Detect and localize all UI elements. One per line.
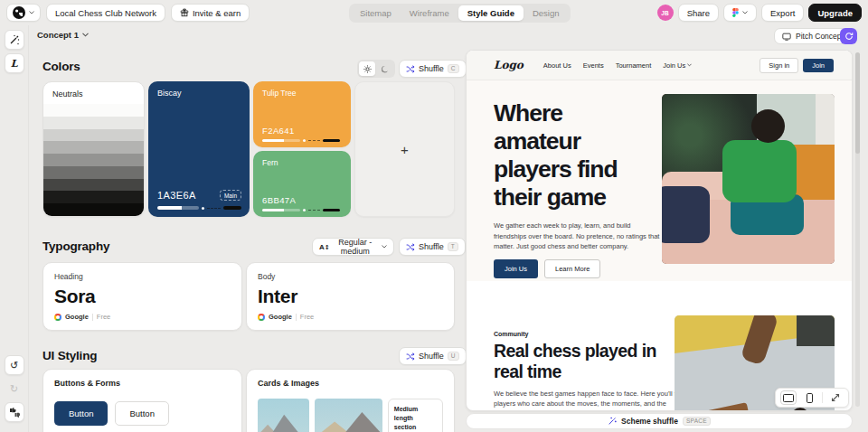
preview-join-us-cta[interactable]: Join Us [494, 259, 538, 278]
slider-handle[interactable] [303, 139, 306, 142]
colors-shuffle-button[interactable]: Shuffle C [399, 60, 467, 78]
mobile-icon [807, 393, 813, 403]
scheme-shuffle-bar[interactable]: Scheme shuffle SPACE [466, 413, 853, 429]
typography-shuffle-button[interactable]: Shuffle T [399, 238, 466, 256]
chevron-down-icon [29, 11, 34, 14]
palette-card-tulip-tree[interactable]: Tulip Tree F2A641 [253, 81, 351, 147]
dark-mode-toggle[interactable] [377, 61, 393, 76]
body-font-card[interactable]: Body Inter Google Free [246, 262, 455, 331]
preview-nav-link-join-us[interactable]: Join Us [663, 61, 692, 70]
add-color-button[interactable]: + [354, 81, 455, 217]
desktop-view-button[interactable] [780, 390, 797, 405]
slider-handle[interactable] [202, 207, 204, 210]
learn-more-cta-label: Learn More [555, 265, 590, 273]
project-name-button[interactable]: Local Chess Club Network [46, 4, 165, 22]
export-button[interactable]: Export [761, 4, 804, 22]
preview-logo[interactable]: Logo [494, 59, 524, 71]
logo-script-tool-button[interactable]: L [5, 53, 24, 73]
sample-button-row: Button Button [54, 401, 231, 426]
tab-style-guide[interactable]: Style Guide [458, 5, 524, 21]
neutral-shades [43, 104, 144, 216]
upgrade-button[interactable]: Upgrade [808, 4, 862, 22]
regenerate-button[interactable] [840, 28, 857, 44]
neutral-shade-band[interactable] [43, 104, 144, 117]
slider-track [262, 139, 300, 142]
invite-earn-button[interactable]: Invite & earn [171, 4, 250, 22]
ui-styling-shuffle-button[interactable]: Shuffle U [399, 347, 467, 365]
app-logo-icon [13, 6, 25, 19]
shade-slider[interactable] [157, 206, 241, 210]
tab-design[interactable]: Design [524, 5, 569, 21]
undo-button[interactable]: ↺ [5, 355, 24, 375]
app-logo-menu[interactable] [6, 4, 41, 22]
neutral-shade-band[interactable] [43, 129, 144, 142]
shuffle-icon [406, 243, 415, 251]
undo-icon: ↺ [10, 360, 18, 371]
mountain-photo-thumbnail [315, 399, 382, 432]
cards-images-title: Cards & Images [258, 379, 443, 388]
preview-device-controls [775, 388, 849, 408]
google-icon [258, 314, 265, 321]
preview-nav-link-about-us[interactable]: About Us [543, 61, 571, 70]
light-mode-toggle[interactable] [359, 61, 375, 76]
typography-shuffle-shortcut: T [448, 242, 458, 252]
preview-scrollbar[interactable] [855, 52, 860, 407]
tab-sitemap[interactable]: Sitemap [351, 5, 401, 21]
website-preview-panel[interactable]: Logo About Us Events Tournament Join Us … [466, 50, 853, 411]
preview-learn-more-cta[interactable]: Learn More [544, 259, 600, 278]
mobile-view-button[interactable] [801, 390, 817, 405]
font-role-label: Heading [54, 272, 231, 281]
sample-secondary-button[interactable]: Button [115, 401, 168, 426]
join-us-cta-label: Join Us [505, 265, 527, 273]
shade-slider[interactable] [262, 139, 343, 142]
avatar[interactable]: JB [657, 5, 674, 21]
shade-slider[interactable] [262, 209, 343, 211]
slider-handle[interactable] [303, 209, 306, 211]
neutral-shade-band[interactable] [43, 117, 144, 129]
sample-text-card: Medium length section heading goes here [388, 399, 443, 432]
tab-wireframe[interactable]: Wireframe [401, 5, 458, 21]
magic-wand-tool-button[interactable] [5, 30, 24, 50]
gift-icon [180, 8, 189, 17]
sample-primary-button[interactable]: Button [54, 401, 108, 426]
feedback-button[interactable] [5, 402, 24, 422]
preview-nav-link-label: Join Us [663, 61, 685, 70]
preview-join-button[interactable]: Join [803, 59, 834, 72]
palette-card-fern[interactable]: Fern 6BB47A [253, 151, 351, 217]
join-label: Join [812, 61, 825, 70]
font-name: Inter [258, 286, 443, 307]
palette-card-neutrals[interactable]: Neutrals [42, 81, 145, 217]
neutral-shade-band[interactable] [43, 154, 144, 166]
font-weight-dropdown[interactable]: A↕ Regular - medium [312, 238, 394, 256]
neutral-shade-band[interactable] [43, 191, 144, 203]
colors-shuffle-shortcut: C [448, 64, 459, 74]
concept-selector[interactable]: Concept 1 [37, 30, 89, 40]
buttons-forms-card: Buttons & Forms Button Button [42, 369, 242, 432]
slider-dashed-segment [207, 208, 221, 209]
preview-nav-link-tournament[interactable]: Tournament [616, 61, 652, 70]
preview-nav-link-events[interactable]: Events [583, 61, 604, 70]
resize-diagonal-icon [831, 393, 840, 402]
theme-toggle [357, 60, 395, 78]
moon-icon [382, 65, 390, 73]
neutral-shade-band[interactable] [43, 166, 144, 179]
neutral-shade-band[interactable] [43, 141, 144, 154]
heading-font-card[interactable]: Heading Sora Google Free [42, 262, 242, 331]
preview-community-heading: Real chess played in real time [494, 341, 688, 382]
palette-card-biscay[interactable]: Biscay 1A3E6A Main [148, 81, 250, 217]
share-button[interactable]: Share [678, 4, 719, 22]
chevron-down-icon [742, 11, 748, 14]
font-role-label: Body [258, 272, 443, 281]
neutral-shade-band[interactable] [43, 179, 144, 192]
chevron-down-icon [687, 63, 692, 67]
slider-dashed-segment [308, 210, 320, 211]
resize-preview-button[interactable] [827, 390, 844, 405]
typography-section-title: Typography [42, 239, 109, 253]
preview-sign-in-button[interactable]: Sign in [760, 58, 798, 73]
left-toolbar: L ↺ ↻ [0, 25, 29, 432]
hero-image-person-two [662, 186, 710, 244]
preview-scrollbar-thumb[interactable] [855, 52, 860, 154]
figma-export-dropdown[interactable] [723, 4, 757, 22]
neutral-shade-band[interactable] [43, 203, 144, 216]
redo-button[interactable]: ↻ [5, 379, 24, 399]
